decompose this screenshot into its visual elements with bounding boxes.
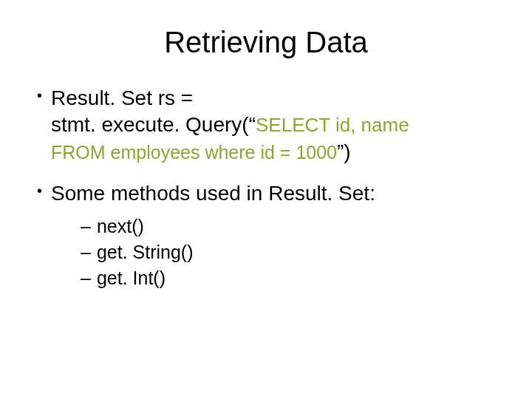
bullet-marker: • <box>37 85 42 106</box>
code-suffix: ”) <box>337 140 351 163</box>
dash-marker: – <box>81 239 91 265</box>
bullet-item-1: • Result. Set rs = stmt. execute. Query(… <box>37 85 502 166</box>
sub-item-2: – get. String() <box>81 239 375 265</box>
bullet-list: • Result. Set rs = stmt. execute. Query(… <box>30 85 502 291</box>
bullet-marker: • <box>37 180 42 201</box>
bullet-text-2: Some methods used in Result. Set: <box>51 180 375 207</box>
bullet-content-2: Some methods used in Result. Set: – next… <box>51 180 375 290</box>
code-line-1: Result. Set rs = <box>51 85 409 112</box>
sub-item-1: – next() <box>81 214 375 239</box>
code-line-2: stmt. execute. Query(“SELECT id, name <box>51 112 409 138</box>
code-prefix: stmt. execute. Query(“ <box>51 113 256 136</box>
sub-list: – next() – get. String() – get. Int() <box>51 214 375 291</box>
sub-text-3: get. Int() <box>97 265 166 291</box>
sub-text-2: get. String() <box>97 239 194 265</box>
sql-part-2: FROM employees where id = 1000 <box>51 142 337 163</box>
slide-title: Retrieving Data <box>30 26 502 59</box>
sql-part-1: SELECT id, name <box>256 114 409 136</box>
bullet-content-1: Result. Set rs = stmt. execute. Query(“S… <box>51 85 409 166</box>
bullet-item-2: • Some methods used in Result. Set: – ne… <box>37 180 502 290</box>
dash-marker: – <box>81 265 91 291</box>
sub-text-1: next() <box>97 214 144 239</box>
sub-item-3: – get. Int() <box>81 265 375 291</box>
dash-marker: – <box>81 214 91 239</box>
code-line-3: FROM employees where id = 1000”) <box>51 139 409 166</box>
